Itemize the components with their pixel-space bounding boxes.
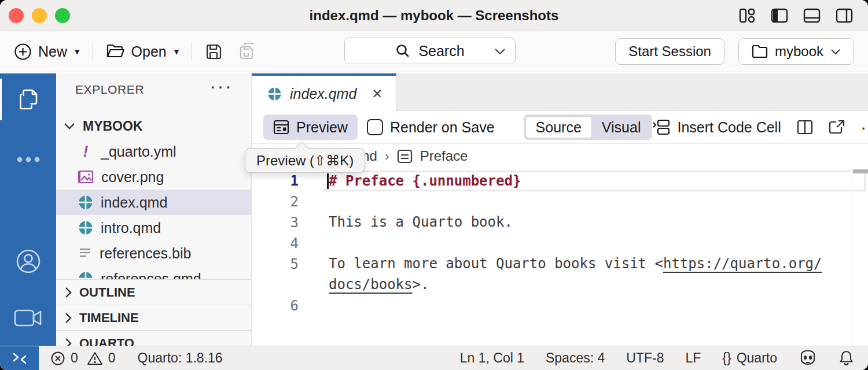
image-file-icon [78, 170, 94, 184]
file-item[interactable]: intro.qmd [56, 215, 251, 240]
code-line[interactable]: docs/books>. [252, 275, 868, 295]
customize-layout-icon[interactable] [738, 8, 756, 24]
code-line[interactable]: 6 [252, 295, 868, 316]
toggle-panel-icon[interactable] [803, 8, 821, 24]
cursor-position-status[interactable]: Ln 1, Col 1 [460, 350, 524, 366]
code-segment: https://quarto.org/ [663, 256, 822, 272]
toggle-primary-sidebar-icon[interactable] [771, 8, 788, 24]
sidebar-section-outline[interactable]: OUTLINE [56, 279, 251, 305]
line-number: 2 [252, 191, 329, 212]
file-item[interactable]: references.bib [56, 240, 251, 266]
code-line[interactable]: 2 [252, 191, 868, 212]
source-mode-button[interactable]: Source [525, 116, 592, 138]
folder-open-icon [106, 43, 125, 60]
file-item[interactable]: index.qmd [56, 190, 251, 215]
error-icon [50, 351, 65, 366]
zoom-window-button[interactable] [55, 8, 70, 23]
render-on-save-checkbox[interactable] [367, 119, 383, 135]
save-icon[interactable] [205, 43, 223, 61]
window-controls [9, 8, 70, 23]
code-line[interactable]: 5To learn more about Quarto books visit … [252, 254, 868, 275]
new-button[interactable]: New ▾ [14, 43, 80, 61]
visual-mode-label: Visual [602, 119, 641, 136]
sidebar-section-timeline[interactable]: TIMELINE [56, 305, 251, 330]
chevron-down-icon [830, 49, 841, 55]
toggle-secondary-sidebar-icon[interactable] [836, 8, 853, 24]
code-line[interactable]: 4 [252, 233, 868, 254]
section-label: OUTLINE [79, 285, 135, 300]
render-on-save-label: Render on Save [390, 119, 495, 136]
split-editor-icon[interactable] [797, 120, 813, 135]
caret-down-icon: ▾ [75, 46, 80, 58]
code-segment: # Preface {.unnumbered} [329, 173, 521, 189]
project-selector-button[interactable]: mybook [738, 38, 854, 65]
language-mode-status[interactable]: {} Quarto [722, 350, 777, 366]
preview-tooltip: Preview (⇧⌘K) [245, 148, 365, 173]
section-label: QUARTO [79, 336, 134, 346]
file-name: index.qmd [101, 194, 167, 211]
account-icon[interactable] [0, 239, 56, 283]
video-camera-icon[interactable] [0, 296, 56, 340]
file-list: !_quarto.ymlcover.pngindex.qmdintro.qmdr… [56, 139, 251, 291]
open-external-icon[interactable] [829, 120, 845, 135]
insert-code-cell-label: Insert Code Cell [677, 119, 781, 136]
save-all-icon[interactable] [237, 42, 256, 61]
visual-mode-button[interactable]: Visual [592, 116, 651, 138]
encoding-status[interactable]: UTF-8 [626, 350, 664, 366]
app-toolbar: New ▾ Open ▾ [0, 31, 868, 72]
line-number: 3 [252, 212, 329, 233]
sidebar-sections: OUTLINETIMELINEQUARTO [56, 279, 251, 346]
titlebar: index.qmd — mybook — Screenshots [0, 0, 868, 31]
quarto-version-status[interactable]: Quarto: 1.8.16 [138, 350, 223, 366]
file-name: intro.qmd [101, 220, 161, 236]
close-tab-icon[interactable]: ✕ [372, 86, 382, 102]
more-actions-icon[interactable]: ··· [860, 121, 868, 133]
indentation-status[interactable]: Spaces: 4 [546, 350, 605, 366]
folder-icon [752, 45, 768, 58]
start-session-button[interactable]: Start Session [615, 38, 724, 65]
scrollbar-thumb[interactable] [853, 169, 868, 173]
line-number: 5 [252, 254, 329, 275]
line-number: 1 [252, 171, 329, 191]
file-item[interactable]: !_quarto.yml [56, 139, 251, 164]
file-name: references.bib [100, 245, 191, 262]
insert-code-cell-button[interactable]: Insert Code Cell [652, 119, 781, 136]
eol-status[interactable]: LF [685, 350, 701, 366]
section-label: TIMELINE [79, 310, 139, 325]
preview-button[interactable]: Preview [263, 114, 358, 140]
file-item[interactable]: cover.png [56, 164, 251, 190]
chevron-right-icon [65, 287, 72, 298]
code-line[interactable]: 1# Preface {.unnumbered} [252, 171, 868, 191]
language-label: Quarto [737, 350, 777, 366]
minimize-window-button[interactable] [32, 8, 47, 23]
app-window: index.qmd — mybook — Screenshots [0, 0, 868, 370]
explorer-more-actions-icon[interactable]: ··· [209, 75, 233, 97]
divider [93, 42, 93, 61]
notifications-bell-icon[interactable] [838, 350, 854, 367]
close-window-button[interactable] [9, 8, 24, 23]
more-activity-icon[interactable] [0, 138, 56, 182]
bibliography-file-icon [78, 247, 92, 260]
tab-index-qmd[interactable]: index.qmd ✕ [252, 73, 396, 112]
file-name: cover.png [101, 169, 164, 186]
chevron-right-icon [65, 312, 72, 324]
text-cursor [327, 173, 329, 189]
explorer-activity-icon[interactable] [0, 77, 56, 121]
code-editor[interactable]: 1# Preface {.unnumbered}23This is a Quar… [252, 168, 868, 346]
activity-bar [0, 73, 56, 346]
tree-root-mybook[interactable]: MYBOOK [56, 113, 251, 139]
copilot-icon[interactable] [799, 350, 817, 366]
open-button[interactable]: Open ▾ [106, 43, 179, 60]
search-input[interactable]: Search [344, 38, 516, 64]
editor-scrollbar[interactable] [852, 168, 868, 346]
file-name: _quarto.yml [101, 143, 176, 160]
explorer-title: EXPLORER [75, 83, 144, 97]
sidebar-section-quarto[interactable]: QUARTO [56, 330, 251, 346]
remote-indicator[interactable] [0, 346, 39, 370]
problems-status[interactable]: 0 0 [50, 350, 116, 366]
breadcrumb-heading[interactable]: Preface [420, 148, 468, 164]
code-line[interactable]: 3This is a Quarto book. [252, 212, 868, 233]
tree-root-label: MYBOOK [83, 119, 143, 134]
preview-button-label: Preview [296, 119, 348, 136]
line-number: 6 [252, 295, 329, 316]
